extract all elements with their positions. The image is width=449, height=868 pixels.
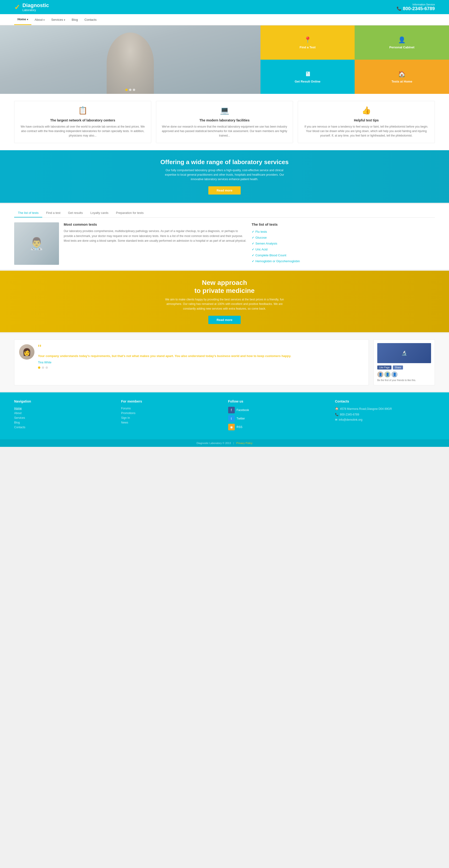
tests-list-title: The list of tests [252, 222, 435, 226]
nav-home[interactable]: Home ▾ [14, 14, 31, 25]
logo-area: ✓ Diagnostic Laboratory [14, 2, 49, 12]
nav-services[interactable]: Services ▾ [48, 14, 68, 25]
feature-desc-3: If you are nervous or have a tendency to… [303, 124, 430, 138]
check-icon-5: ✓ [252, 254, 254, 257]
tests-list: The list of tests ✓ Flu tests ✓ Glucose … [252, 222, 435, 265]
footer-nav: Navigation Home About Services Blog Cont… [14, 399, 114, 432]
twitter-label[interactable]: Twitter [237, 417, 245, 420]
footer-link-forums[interactable]: Forums [121, 407, 221, 410]
footer-email: info@demolink.org [339, 418, 362, 422]
tile-tests-home[interactable]: 🏠 Tests at Home [355, 60, 449, 94]
test-item-semen[interactable]: ✓ Semen Analysis [252, 241, 435, 246]
yellow-banner: New approach to private medicine We aim … [0, 271, 449, 332]
facebook-icon[interactable]: f [228, 407, 235, 413]
feature-icon-1: 📋 [19, 106, 146, 115]
logo-icon: ✓ [14, 3, 20, 11]
test-item-hemo[interactable]: ✓ Hemoglobin or Glycohemoglobin [252, 258, 435, 264]
copyright-text: Diagnostic Laboratory © 2013 [197, 442, 231, 444]
nav-contacts[interactable]: Contacts [81, 14, 100, 25]
tests-section: The list of tests Find a test Get result… [0, 204, 449, 270]
fb-like-btn[interactable]: Like Page [377, 366, 391, 370]
quote-icon: " [38, 344, 291, 352]
footer-address: 4578 Marmora Road,Glasgow D04 89GR [340, 407, 392, 411]
wide-banner-title: Offering a wide range of laboratory serv… [160, 158, 289, 166]
social-friends: 👤 👤 👤 [377, 371, 431, 377]
feature-desc-2: We've done our research to ensure that t… [161, 124, 288, 138]
yellow-banner-desc: We aim to make clients happy by providin… [163, 297, 286, 311]
home-icon: 🏠 [398, 70, 406, 78]
testimonial-section: 👩 " Your company understands today's req… [0, 334, 449, 391]
tests-tabs: The list of tests Find a test Get result… [14, 209, 435, 218]
top-header: ✓ Diagnostic Laboratory Information Serv… [0, 0, 449, 14]
nav-about[interactable]: About ▾ [31, 14, 48, 25]
check-icon-4: ✓ [252, 248, 254, 251]
footer-link-contacts[interactable]: Contacts [14, 426, 114, 429]
phone-icon: 📞 [397, 6, 401, 11]
footer-phone-icon: 📞 [335, 413, 338, 416]
test-item-cbc[interactable]: ✓ Complete Blood Count [252, 252, 435, 258]
footer-members: For members Forums Promotions Sign In Ne… [121, 399, 221, 432]
footer-email-icon: ✉ [335, 418, 337, 422]
test-item-glucose[interactable]: ✓ Glucose [252, 235, 435, 241]
privacy-link[interactable]: Privacy Policy [236, 442, 252, 444]
tile-personal-cabinet[interactable]: 👤 Personal Cabinet [355, 26, 449, 60]
check-icon-1: ✓ [252, 230, 254, 234]
features-section: 📋 The largest network of laboratory cent… [0, 94, 449, 150]
nav-blog[interactable]: Blog [68, 14, 81, 25]
footer-follow: Follow us f Facebook t Twitter ◉ RSS [228, 399, 328, 432]
tile-find-test-label: Find a Test [300, 45, 316, 49]
footer-link-home[interactable]: Home [14, 407, 114, 410]
tests-desc-title: Most common tests [64, 222, 247, 226]
person-icon: 👤 [398, 36, 406, 43]
feature-desc-1: We have contracts with laboratories all … [19, 124, 146, 138]
wide-banner: Offering a wide range of laboratory serv… [0, 150, 449, 203]
social-card: 🔬 Like Page Share 👤 👤 👤 Be the first of … [373, 339, 435, 385]
footer-link-about[interactable]: About [14, 411, 114, 415]
footer-link-news[interactable]: News [121, 421, 221, 424]
twitter-icon[interactable]: t [228, 415, 235, 422]
feature-title-1: The largest network of laboratory center… [19, 118, 146, 122]
feature-card-1: 📋 The largest network of laboratory cent… [14, 101, 151, 143]
feature-icon-2: 💻 [161, 106, 288, 115]
feature-card-3: 👍 Helpful test tips If you are nervous o… [298, 101, 435, 143]
contact-area: Information Service 📞 800-2345-6789 [397, 3, 435, 11]
tile-get-result[interactable]: 🖥 Get Result Online [261, 60, 355, 94]
hero-section: 📍 Find a Test 👤 Personal Cabinet 🖥 Get R… [0, 26, 449, 94]
test-item-flu[interactable]: ✓ Flu tests [252, 229, 435, 235]
social-friends-text: Be the first of your friends to like thi… [377, 379, 431, 381]
feature-title-3: Helpful test tips [303, 118, 430, 122]
footer-link-signin[interactable]: Sign In [121, 416, 221, 420]
yellow-banner-read-more[interactable]: Read more [208, 316, 241, 324]
tab-find-test[interactable]: Find a test [42, 209, 64, 217]
footer-nav-title: Navigation [14, 399, 114, 403]
tile-find-test[interactable]: 📍 Find a Test [261, 26, 355, 60]
footer-contacts-title: Contacts [335, 399, 435, 403]
footer-link-blog[interactable]: Blog [14, 421, 114, 424]
test-item-uric[interactable]: ✓ Uric Acid [252, 246, 435, 252]
social-preview: 🔬 [377, 343, 431, 363]
brand-name: Diagnostic [22, 2, 49, 8]
carousel-dots [125, 89, 135, 91]
rss-icon[interactable]: ◉ [228, 424, 235, 430]
monitor-icon: 🖥 [305, 70, 311, 78]
tab-loyalty-cards[interactable]: Loyalty cards [87, 209, 112, 217]
tab-list-of-tests[interactable]: The list of tests [14, 209, 42, 217]
tab-preparation[interactable]: Preparation for tests [112, 209, 147, 217]
check-icon-2: ✓ [252, 236, 254, 239]
testimonial-avatar: 👩 [19, 344, 34, 360]
info-label: Information Service [397, 3, 435, 6]
footer-link-services[interactable]: Services [14, 416, 114, 420]
facebook-label[interactable]: Facebook [237, 408, 249, 412]
wide-banner-read-more[interactable]: Read more [208, 186, 241, 194]
wide-banner-desc: Our fully computerised laboratory group … [163, 168, 286, 182]
testimonial-dots [38, 367, 291, 369]
fb-share-btn[interactable]: Share [393, 366, 403, 370]
footer: Navigation Home About Services Blog Cont… [0, 392, 449, 439]
testimonial-text: Your company understands today's require… [38, 354, 291, 359]
footer-link-promotions[interactable]: Promotions [121, 411, 221, 415]
tab-get-results[interactable]: Get results [64, 209, 87, 217]
rss-label[interactable]: RSS [237, 425, 243, 429]
feature-icon-3: 👍 [303, 106, 430, 115]
tests-image: 👨‍⚕️ [14, 222, 59, 265]
feature-card-2: 💻 The modern laboratory facilities We've… [156, 101, 293, 143]
